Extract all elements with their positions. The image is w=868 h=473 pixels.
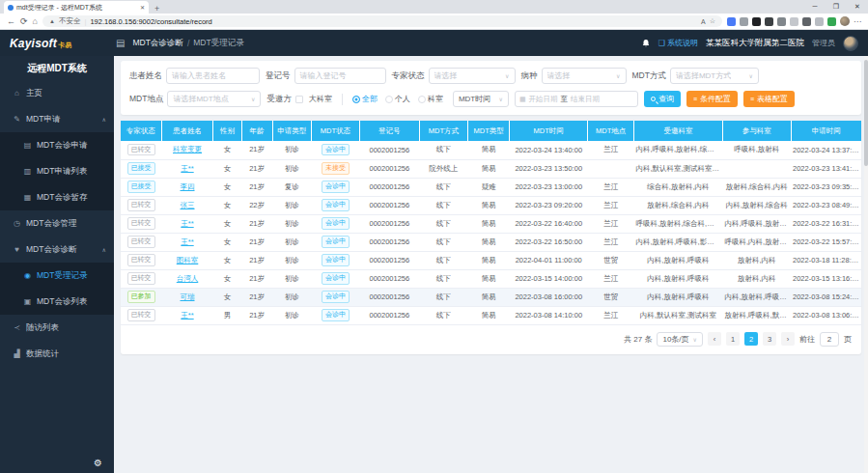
cell-gender: 男 — [213, 306, 241, 324]
window-controls: ─ ❐ ✕ — [804, 0, 868, 13]
user-avatar[interactable] — [843, 36, 858, 51]
extension-icon[interactable] — [790, 17, 798, 26]
settings-gear-icon[interactable]: ⚙ — [94, 458, 102, 468]
patient-name-link[interactable]: 王** — [181, 164, 193, 173]
browser-menu-icon[interactable]: ⋯ — [854, 17, 861, 26]
cell-gender: 女 — [213, 178, 241, 196]
sidebar-item-mdt-apply-temp[interactable]: ▦MDT会诊暂存 — [0, 184, 114, 210]
split-screen-icon[interactable] — [802, 17, 811, 26]
cell-mdt-time: 2022-03-23 09:20:00 — [510, 196, 588, 214]
patient-name-link[interactable]: 王** — [181, 311, 193, 320]
extension-icon[interactable] — [740, 17, 748, 26]
breadcrumb-separator: / — [187, 39, 189, 48]
mdt-mode-select[interactable]: 请选择MDT方式 ∨ — [670, 68, 759, 84]
browser-profile-avatar[interactable] — [840, 16, 850, 26]
time-field-select[interactable]: MDT时间 ∨ — [453, 91, 509, 107]
pagination: 共 27 条 10条/页 ∨ ‹ 123 › 前往 2 页 — [121, 325, 861, 352]
sidebar-item-follow-list[interactable]: ≺随访列表 — [0, 315, 114, 341]
cell-mdt-type: 简易 — [468, 141, 510, 159]
condition-config-button[interactable]: ≡ 条件配置 — [686, 91, 738, 107]
page-button-2[interactable]: 2 — [744, 332, 758, 346]
cell-apply-time: 2022-03-08 15:24:58 — [791, 288, 861, 306]
table-config-button[interactable]: ≡ 表格配置 — [743, 91, 795, 107]
back-icon[interactable]: ← — [7, 17, 15, 26]
sidebar-item-mdt-record[interactable]: ◉MDT受理记录 — [0, 263, 114, 289]
mdt-location-select[interactable]: 请选择MDT地点 ∨ — [167, 91, 261, 107]
home-icon[interactable]: ⌂ — [33, 17, 38, 26]
cell-mode: 线下 — [419, 178, 468, 196]
register-no-input[interactable]: 请输入登记号 — [294, 68, 386, 84]
patient-name-link[interactable]: 科室变更 — [173, 145, 202, 153]
scrollbar[interactable] — [864, 56, 868, 473]
radio-icon — [385, 96, 393, 103]
extension-icon[interactable] — [777, 17, 786, 26]
invitee-radio-科室[interactable]: 科室 — [418, 94, 443, 104]
page-button-3[interactable]: 3 — [763, 332, 776, 346]
cell-apply-type: 初诊 — [272, 306, 311, 324]
minimize-button[interactable]: ─ — [804, 0, 826, 13]
sidebar-item-mdt-apply[interactable]: ✎MDT申请∧ — [0, 106, 114, 132]
patient-name-link[interactable]: 李四 — [181, 182, 195, 191]
extension-icon[interactable] — [727, 17, 736, 26]
register-no-label: 登记号 — [266, 70, 291, 82]
address-bar[interactable]: ▲ 不安全 | 192.168.0.156:9002/consultate/re… — [42, 15, 722, 27]
sidebar-item-mdt-apply-new[interactable]: ▤MDT会诊申请 — [0, 132, 114, 158]
next-page-button[interactable]: › — [781, 332, 795, 346]
sidebar-item-home[interactable]: ⌂主页 — [0, 80, 114, 106]
cell-age: 21岁 — [241, 214, 272, 233]
scrollbar-thumb[interactable] — [864, 60, 868, 166]
patient-name-link[interactable]: 台湾人 — [177, 274, 199, 283]
invitee-radio-个人[interactable]: 个人 — [385, 94, 410, 104]
system-help-link[interactable]: ❑ 系统说明 — [658, 38, 698, 48]
expert-status-select[interactable]: 请选择 ∨ — [429, 68, 516, 84]
browser-tab[interactable]: mdt受理记录 - 远程MDT系统 ✕ — [4, 1, 149, 14]
sidebar-item-mdt-list[interactable]: ▣MDT会诊列表 — [0, 289, 114, 315]
reload-icon[interactable]: ⟳ — [20, 17, 28, 26]
collapse-menu-icon[interactable]: ▤ — [116, 38, 125, 48]
status-badge: 已转交 — [127, 199, 155, 210]
patient-name-link[interactable]: 王** — [181, 237, 193, 246]
patient-name-link[interactable]: 张三 — [181, 201, 195, 209]
shield-extension-icon[interactable] — [827, 17, 836, 26]
prev-page-button[interactable]: ‹ — [708, 332, 721, 346]
app-header: Kayisoft卡易 ▤ MDT会诊诊断 / MDT受理记录 ❑ 系统说明 某某… — [0, 30, 868, 56]
new-tab-button[interactable]: + — [154, 4, 159, 14]
collections-icon[interactable] — [815, 17, 824, 26]
cell-register-no: 0002001256 — [360, 214, 419, 233]
patient-name-link[interactable]: 图科室 — [177, 256, 199, 264]
page-size-select[interactable]: 10条/页 ∨ — [657, 332, 703, 347]
radio-label: 全部 — [362, 94, 378, 104]
cell-mdt-time: 2022-03-15 14:00:00 — [510, 269, 588, 288]
cell-register-no: 0002001256 — [360, 233, 419, 251]
cell-apply-type: 初诊 — [272, 251, 311, 269]
disease-select[interactable]: 请选择 ∨ — [542, 68, 627, 84]
cell-apply-type: 初诊 — [272, 214, 311, 233]
cell-location: 兰江 — [588, 196, 634, 214]
extension-icon[interactable] — [752, 17, 761, 26]
table-row: 已参加可瑞女21岁初诊会诊中0002001256线下简易2022-03-08 1… — [121, 288, 861, 306]
page-button-1[interactable]: 1 — [726, 332, 740, 346]
maximize-button[interactable]: ❐ — [826, 0, 847, 13]
patient-name-input[interactable]: 请输入患者姓名 — [166, 68, 260, 84]
extension-icon[interactable] — [765, 17, 773, 26]
list-icon: ▥ — [23, 167, 32, 176]
read-aloud-icon[interactable]: A — [701, 18, 706, 25]
sidebar-item-mdt-manage[interactable]: ◷MDT会诊管理 — [0, 210, 114, 236]
patient-name-link[interactable]: 可瑞 — [181, 292, 195, 301]
goto-page-input[interactable]: 2 — [820, 332, 839, 347]
cell-apply-time: 2022-03-22 16:31:36 — [791, 214, 861, 233]
close-button[interactable]: ✕ — [847, 0, 868, 13]
date-range-picker[interactable]: ▦ 开始日期 至 结束日期 — [515, 91, 638, 107]
patient-name-link[interactable]: 王** — [181, 219, 193, 228]
sidebar-item-statistics[interactable]: ▟数据统计 — [0, 341, 114, 367]
bell-icon[interactable] — [641, 39, 651, 48]
bookmark-star-icon[interactable]: ☆ — [710, 17, 715, 25]
sidebar-item-mdt-diagnose[interactable]: ♥MDT会诊诊断∧ — [0, 236, 114, 263]
tab-close-icon[interactable]: ✕ — [140, 4, 145, 11]
big-dept-checkbox[interactable] — [295, 96, 303, 103]
cell-joined-depts: 放射科,内科 — [722, 251, 791, 269]
sidebar-item-mdt-apply-list[interactable]: ▥MDT申请列表 — [0, 158, 114, 184]
invitee-radio-全部[interactable]: 全部 — [352, 94, 378, 104]
status-badge: 已转交 — [127, 309, 155, 320]
search-button[interactable]: 查询 — [644, 91, 681, 107]
